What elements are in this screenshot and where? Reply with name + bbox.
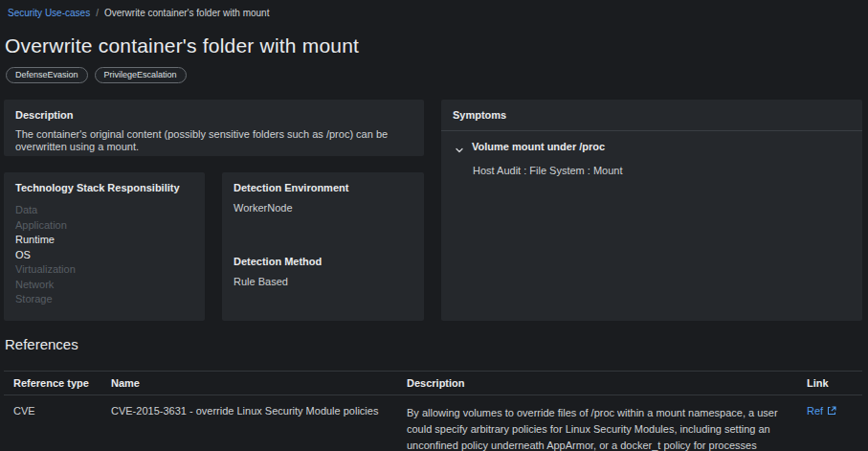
page: Security Use-cases / Overwrite container…: [0, 0, 868, 451]
tech-stack-item-data: Data: [15, 204, 193, 215]
reference-external-link[interactable]: Ref: [807, 405, 836, 417]
breadcrumb-separator: /: [96, 8, 99, 18]
cell-link: Ref: [807, 405, 855, 417]
cell-reference-type: CVE: [13, 405, 111, 417]
detection-method-value: Rule Based: [234, 276, 412, 287]
tech-stack-item-network: Network: [15, 279, 193, 290]
table-row: CVE CVE-2015-3631 - override Linux Secur…: [4, 395, 862, 451]
detection-environment-title: Detection Environment: [234, 182, 412, 193]
symptom-accordion-toggle[interactable]: Volume mount under /proc: [441, 131, 862, 152]
tag-privilege-escalation: PrivilegeEscalation: [95, 67, 187, 83]
breadcrumb-current: Overwrite container's folder with mount: [104, 8, 270, 18]
tag-defense-evasion: DefenseEvasion: [6, 67, 88, 83]
breadcrumb-link-security-use-cases[interactable]: Security Use-cases: [8, 8, 90, 18]
col-header-name: Name: [111, 377, 407, 389]
technology-stack-card-title: Technology Stack Responsibility: [15, 182, 193, 193]
cell-description: By allowing volumes to override files of…: [407, 405, 807, 451]
symptoms-card-title: Symptoms: [441, 109, 862, 130]
tag-list: DefenseEvasion PrivilegeEscalation: [6, 67, 862, 83]
tech-stack-item-application: Application: [15, 219, 193, 231]
tech-stack-item-runtime: Runtime: [15, 234, 193, 245]
description-card-body: The container's original content (possib…: [15, 128, 412, 153]
top-card-grid: Description The container's original con…: [4, 100, 862, 321]
references-title: References: [5, 336, 862, 352]
references-table-header: Reference type Name Description Link: [4, 371, 862, 395]
symptom-child-item: Host Audit : File System : Mount: [441, 152, 862, 176]
lower-card-row: Technology Stack Responsibility Data App…: [4, 172, 424, 321]
references-table: Reference type Name Description Link CVE…: [4, 371, 862, 451]
tech-stack-item-storage: Storage: [15, 293, 193, 304]
technology-stack-list: Data Application Runtime OS Virtualizati…: [15, 204, 193, 304]
page-title: Overwrite container's folder with mount: [5, 34, 862, 57]
col-header-description: Description: [407, 377, 807, 389]
tech-stack-item-virtualization: Virtualization: [15, 263, 193, 275]
external-link-icon: [827, 406, 836, 416]
col-header-reference-type: Reference type: [13, 377, 111, 389]
detection-card: Detection Environment WorkerNode Detecti…: [222, 172, 424, 321]
technology-stack-card: Technology Stack Responsibility Data App…: [4, 172, 205, 321]
breadcrumb: Security Use-cases / Overwrite container…: [4, 4, 862, 18]
symptoms-card: Symptoms Volume mount under /proc Host A…: [441, 100, 862, 321]
detection-method-title: Detection Method: [234, 256, 412, 267]
detection-environment-value: WorkerNode: [234, 202, 412, 214]
description-card: Description The container's original con…: [4, 100, 424, 156]
tech-stack-item-os: OS: [15, 249, 193, 260]
left-column: Description The container's original con…: [4, 100, 424, 321]
col-header-link: Link: [807, 377, 855, 389]
reference-link-label: Ref: [807, 405, 823, 417]
chevron-down-icon: [455, 142, 464, 151]
symptom-label: Volume mount under /proc: [472, 141, 605, 152]
cell-name: CVE-2015-3631 - override Linux Security …: [111, 405, 407, 417]
description-card-title: Description: [15, 109, 412, 121]
